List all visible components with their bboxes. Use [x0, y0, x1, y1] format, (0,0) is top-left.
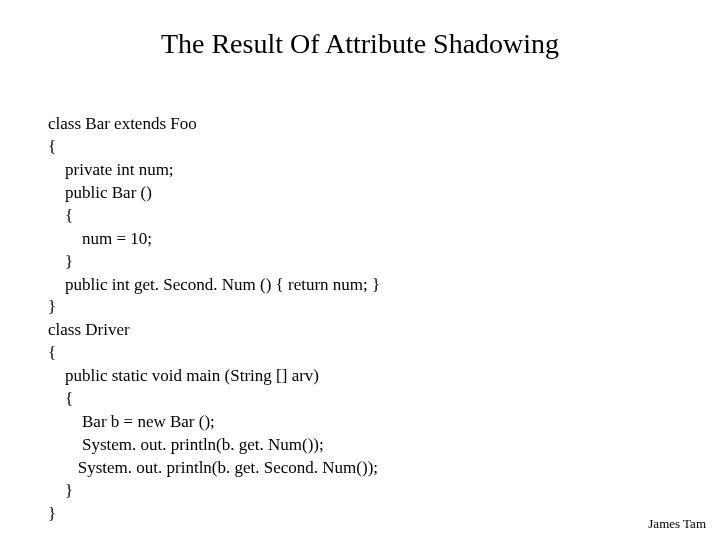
- footer-author: James Tam: [648, 516, 706, 532]
- slide-title: The Result Of Attribute Shadowing: [0, 28, 720, 60]
- code-line: }: [48, 481, 73, 500]
- code-line: private int num;: [48, 160, 174, 179]
- code-line: {: [48, 137, 56, 156]
- code-line: public Bar (): [48, 183, 152, 202]
- code-line: class Driver: [48, 320, 130, 339]
- code-line: {: [48, 206, 73, 225]
- code-line: num = 10;: [48, 229, 152, 248]
- code-line: System. out. println(b. get. Second. Num…: [48, 458, 378, 477]
- code-block: class Bar extends Foo { private int num;…: [48, 90, 720, 526]
- code-line: }: [48, 252, 73, 271]
- code-line: {: [48, 343, 56, 362]
- code-line: Bar b = new Bar ();: [48, 412, 215, 431]
- code-line: System. out. println(b. get. Num());: [48, 435, 324, 454]
- code-line: }: [48, 297, 56, 316]
- code-line: }: [48, 504, 56, 523]
- code-line: {: [48, 389, 73, 408]
- code-line: public static void main (String [] arv): [48, 366, 319, 385]
- code-line: public int get. Second. Num () { return …: [48, 275, 380, 294]
- code-line: class Bar extends Foo: [48, 114, 197, 133]
